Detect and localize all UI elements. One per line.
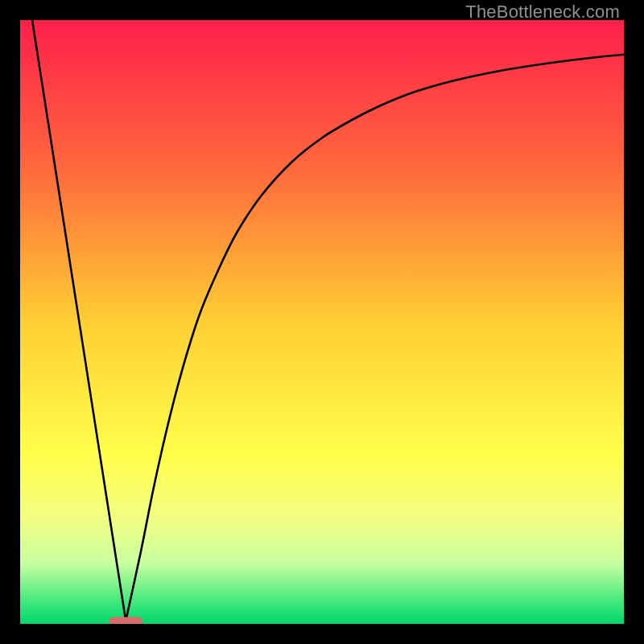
- watermark-label: TheBottleneck.com: [465, 2, 620, 23]
- chart-frame: [20, 20, 624, 624]
- bottleneck-chart: [20, 20, 624, 624]
- optimal-range-marker: [109, 617, 142, 624]
- gradient-background: [20, 20, 624, 624]
